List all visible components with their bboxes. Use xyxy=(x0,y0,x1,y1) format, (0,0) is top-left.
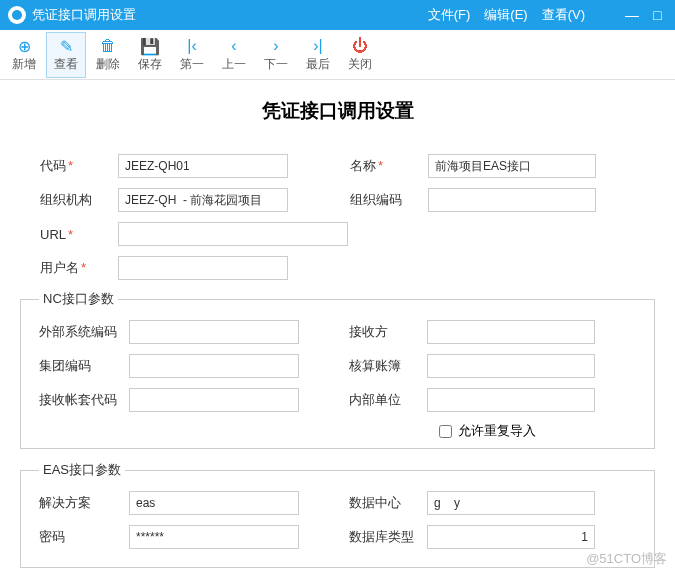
toolbar-next[interactable]: ›下一 xyxy=(256,32,296,78)
pwd-label: 密码 xyxy=(39,528,129,546)
toolbar-last[interactable]: ›|最后 xyxy=(298,32,338,78)
group-label: 集团编码 xyxy=(39,357,129,375)
pwd-input[interactable] xyxy=(129,525,299,549)
ledger-label: 核算账簿 xyxy=(349,357,427,375)
unit-label: 内部单位 xyxy=(349,391,427,409)
toolbar-first[interactable]: |‹第一 xyxy=(172,32,212,78)
toolbar-save[interactable]: 💾保存 xyxy=(130,32,170,78)
orgcode-label: 组织编码 xyxy=(350,191,428,209)
eas-group: EAS接口参数 解决方案 数据中心 密码 数据库类型 xyxy=(20,461,655,568)
user-input[interactable] xyxy=(118,256,288,280)
menu-view[interactable]: 查看(V) xyxy=(542,6,585,24)
menu-edit[interactable]: 编辑(E) xyxy=(484,6,527,24)
name-input[interactable] xyxy=(428,154,596,178)
toolbar-prev[interactable]: ‹上一 xyxy=(214,32,254,78)
recv-input[interactable] xyxy=(427,320,595,344)
code-input[interactable] xyxy=(118,154,288,178)
dbtype-input[interactable] xyxy=(427,525,595,549)
url-input[interactable] xyxy=(118,222,348,246)
group-input[interactable] xyxy=(129,354,299,378)
ext-label: 外部系统编码 xyxy=(39,323,129,341)
acct-input[interactable] xyxy=(129,388,299,412)
code-label: 代码* xyxy=(40,157,118,175)
watermark: @51CTO博客 xyxy=(586,550,667,568)
recv-label: 接收方 xyxy=(349,323,427,341)
orgcode-input[interactable] xyxy=(428,188,596,212)
reimport-checkbox[interactable] xyxy=(439,425,452,438)
nc-group: NC接口参数 外部系统编码 接收方 集团编码 核算账簿 接收帐套代码 xyxy=(20,290,655,449)
url-label: URL* xyxy=(40,227,118,242)
close-icon: ⏻ xyxy=(352,36,368,56)
sol-label: 解决方案 xyxy=(39,494,129,512)
user-label: 用户名* xyxy=(40,259,118,277)
nc-legend: NC接口参数 xyxy=(39,290,118,308)
maximize-button[interactable]: □ xyxy=(653,7,667,23)
org-label: 组织机构 xyxy=(40,191,118,209)
org-input[interactable] xyxy=(118,188,288,212)
first-icon: |‹ xyxy=(187,36,196,56)
ext-input[interactable] xyxy=(129,320,299,344)
dbtype-label: 数据库类型 xyxy=(349,528,427,546)
ledger-input[interactable] xyxy=(427,354,595,378)
menu-file[interactable]: 文件(F) xyxy=(428,6,471,24)
acct-label: 接收帐套代码 xyxy=(39,391,129,409)
save-icon: 💾 xyxy=(140,36,160,56)
unit-input[interactable] xyxy=(427,388,595,412)
eas-legend: EAS接口参数 xyxy=(39,461,125,479)
toolbar-view[interactable]: ✎查看 xyxy=(46,32,86,78)
next-icon: › xyxy=(273,36,278,56)
sol-input[interactable] xyxy=(129,491,299,515)
window-title: 凭证接口调用设置 xyxy=(32,6,428,24)
view-icon: ✎ xyxy=(60,36,73,56)
new-icon: ⊕ xyxy=(18,36,31,56)
delete-icon: 🗑 xyxy=(100,36,116,56)
prev-icon: ‹ xyxy=(231,36,236,56)
reimport-label: 允许重复导入 xyxy=(458,422,536,440)
name-label: 名称* xyxy=(350,157,428,175)
dc-input[interactable] xyxy=(427,491,595,515)
toolbar-close[interactable]: ⏻关闭 xyxy=(340,32,380,78)
app-icon xyxy=(8,6,26,24)
toolbar-delete[interactable]: 🗑删除 xyxy=(88,32,128,78)
svg-point-0 xyxy=(12,10,22,20)
page-title: 凭证接口调用设置 xyxy=(20,98,655,124)
minimize-button[interactable]: — xyxy=(625,7,639,23)
dc-label: 数据中心 xyxy=(349,494,427,512)
last-icon: ›| xyxy=(313,36,322,56)
toolbar-new[interactable]: ⊕新增 xyxy=(4,32,44,78)
